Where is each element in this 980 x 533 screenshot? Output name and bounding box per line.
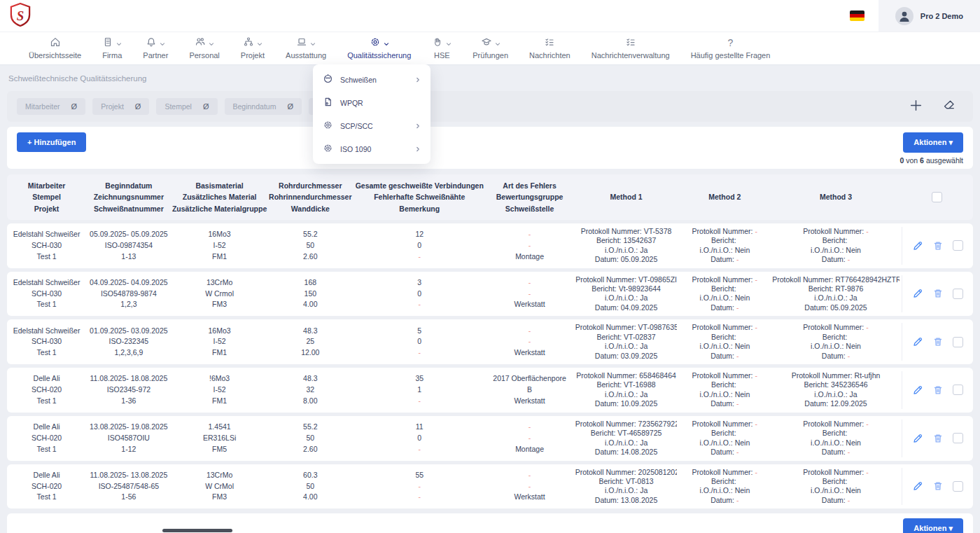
method-cell-m2: Protokoll Nummer:-Bericht:i.O./n.i.O.:Ne…	[679, 323, 770, 361]
logo-shield[interactable]: S	[10, 3, 31, 29]
column-header: Method 1	[573, 191, 680, 202]
filter-chip-beginndatum[interactable]: BeginndatumØ	[225, 98, 302, 115]
method-label: i.O./n.i.O.:	[605, 390, 638, 399]
method-value: VT-0987635	[638, 323, 678, 331]
clear-filter-icon[interactable]: Ø	[203, 102, 209, 111]
method-value: -	[866, 420, 869, 428]
edit-button[interactable]	[912, 336, 923, 347]
actions-button[interactable]: Aktionen ▾	[903, 132, 963, 153]
user-menu[interactable]: Pro 2 Demo	[878, 0, 980, 32]
cell-line: FM1	[174, 347, 266, 359]
cell-line: 25	[270, 336, 351, 347]
cell-line: 1-12	[88, 444, 169, 455]
nav-item-hse[interactable]: HSE	[421, 37, 462, 60]
row-checkbox[interactable]	[953, 385, 963, 395]
clear-filter-icon[interactable]: Ø	[135, 102, 141, 111]
method-value: 10.09.2025	[621, 399, 658, 408]
filter-chip-projekt[interactable]: ProjektØ	[92, 98, 149, 115]
welding-mask-icon	[323, 74, 333, 85]
method-value: RT-9876	[835, 284, 863, 293]
clear-filter-icon[interactable]: Ø	[287, 102, 293, 111]
nav-item-qualitaetssicherung[interactable]: Qualitätssicherung	[337, 37, 421, 60]
nav-item-projekt[interactable]: Projekt	[230, 37, 275, 60]
cell-line: 3	[355, 277, 484, 289]
row-actions	[902, 371, 973, 409]
nav-item-firma[interactable]: Firma	[92, 37, 132, 60]
dropdown-item-wpqr[interactable]: WPQR	[313, 91, 430, 114]
row-checkbox[interactable]	[953, 240, 963, 251]
method-value: Nein	[846, 342, 861, 350]
language-flag-german[interactable]	[850, 11, 864, 21]
nav-item-faq[interactable]: ? Häufig gestellte Fragen	[680, 37, 781, 60]
dropdown-item-iso-1090[interactable]: ISO 1090	[313, 137, 430, 160]
row-checkbox[interactable]	[953, 481, 963, 492]
gear-icon	[323, 143, 333, 155]
pencil-icon	[912, 433, 923, 444]
dropdown-item-scp-scc[interactable]: SCP/SCC	[313, 114, 430, 137]
dropdown-item-schweissen[interactable]: Schweißen	[313, 68, 430, 91]
add-button[interactable]: + Hinzufügen	[17, 132, 86, 152]
method-value: Nein	[735, 390, 750, 399]
chevron-down-icon	[384, 37, 389, 50]
quality-gear-icon	[370, 36, 381, 50]
actions-button-bottom[interactable]: Aktionen ▾	[903, 518, 963, 533]
pencil-icon	[912, 385, 923, 396]
edit-button[interactable]	[912, 240, 923, 251]
method-cell-m1: Protokoll Nummer:VT-5378Bericht:13542637…	[573, 227, 680, 265]
method-label: Bericht:	[822, 236, 848, 244]
horizontal-scrollbar-thumb[interactable]	[162, 529, 232, 532]
nav-item-nachrichten[interactable]: Nachrichten	[519, 37, 581, 60]
method-label: Protokoll Nummer:	[575, 275, 636, 284]
column-header: BeginndatumZeichnungsnummerSchweißnatnum…	[86, 180, 171, 214]
cell-line: -	[488, 277, 570, 289]
cell-c3: !6Mo3I-52FM1	[172, 373, 268, 406]
select-all-cell	[902, 192, 973, 202]
cell-line: 0	[355, 336, 484, 347]
delete-button[interactable]	[932, 433, 944, 444]
nav-item-ausstattung[interactable]: Ausstattung	[275, 37, 337, 60]
method-label: Bericht:	[596, 236, 622, 244]
filter-chip-mitarbeiter[interactable]: MitarbeiterØ	[17, 98, 85, 115]
nav-item-uebersichtsseite[interactable]: Übersichtsseite	[18, 37, 92, 60]
cell-line: 1.4541	[174, 422, 266, 433]
cell-c4: 60.3504.00	[268, 470, 353, 503]
nav-item-personal[interactable]: Personal	[178, 37, 230, 60]
method-value: -	[848, 496, 850, 504]
method-label: Protokoll Nummer:	[576, 371, 637, 380]
delete-button[interactable]	[932, 288, 944, 299]
row-checkbox[interactable]	[953, 433, 963, 443]
delete-button[interactable]	[932, 240, 944, 251]
clear-filter-icon[interactable]: Ø	[71, 102, 78, 111]
method-label: Bericht:	[711, 429, 736, 437]
cell-line: 05.09.2025- 05.09.2025	[88, 229, 169, 240]
edit-button[interactable]	[912, 480, 923, 492]
add-filter-icon[interactable]	[909, 99, 923, 115]
select-all-checkbox[interactable]	[932, 192, 942, 202]
cell-line: -	[355, 444, 484, 455]
cell-c1: Edelstahl SchweißerSCH-030Test 1	[7, 277, 86, 310]
nav-item-nachrichtenverwaltung[interactable]: Nachrichtenverwaltung	[581, 37, 680, 60]
cell-line: Edelstahl Schweißer	[9, 229, 84, 240]
cell-line: -	[355, 347, 484, 359]
cell-line: 1-36	[88, 396, 169, 407]
nav-item-pruefungen[interactable]: Prüfungen	[462, 37, 519, 60]
delete-button[interactable]	[932, 480, 944, 492]
nav-item-partner[interactable]: Partner	[132, 37, 178, 60]
method-label: Datum:	[822, 448, 846, 456]
delete-button[interactable]	[932, 385, 944, 396]
row-checkbox[interactable]	[953, 289, 963, 299]
filter-chip-stempel[interactable]: StempelØ	[156, 98, 217, 115]
method-value: -	[866, 323, 869, 331]
edit-button[interactable]	[912, 433, 923, 444]
table-row: Edelstahl SchweißerSCH-030Test 101.09.20…	[7, 319, 973, 364]
column-header: Method 2	[679, 191, 770, 202]
delete-button[interactable]	[932, 336, 944, 347]
cell-line: Test 1	[9, 444, 84, 455]
method-value: 05.09.2025	[621, 255, 658, 263]
edit-button[interactable]	[912, 385, 923, 396]
edit-button[interactable]	[912, 288, 923, 299]
row-checkbox[interactable]	[953, 337, 963, 347]
eraser-icon[interactable]	[942, 98, 956, 115]
cell-line: -	[355, 481, 484, 492]
cell-c4: 48.3328.00	[268, 373, 353, 406]
